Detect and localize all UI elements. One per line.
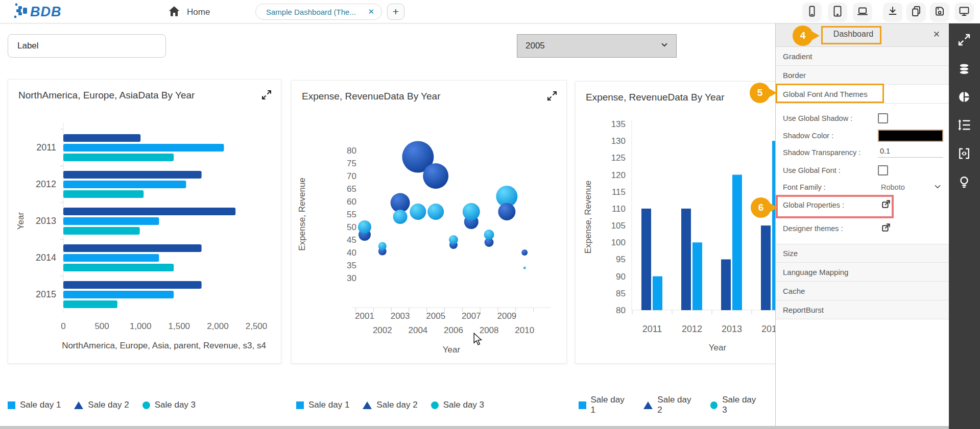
font-family-label: Font Family : [783,183,826,191]
sidebar-item-language-mapping[interactable]: Language Mapping [776,263,949,282]
chart-card-vbar: Expense, RevenueData By Year 13513012512… [575,81,775,364]
bar-sale-day-2[interactable] [63,281,202,289]
bubble-sale-day-1[interactable] [484,230,494,240]
insights-button[interactable] [956,175,972,191]
x-tick-label: 1,500 [169,321,190,331]
tablet-icon [831,5,844,19]
y-tick-label: 50 [347,222,356,232]
year-filter-select[interactable]: 2005 [517,34,677,58]
shadow-transparency-input[interactable]: 0.1 [878,147,943,158]
use-global-font-checkbox[interactable] [878,165,888,175]
legend-item[interactable]: Sale day 2 [74,400,129,410]
y-tick-label: 120 [611,170,626,180]
tablet-preview-button[interactable] [828,3,847,22]
sidebar-item-global-font-and-themes[interactable]: Global Font And Themes [776,85,949,104]
x-tick-label: 500 [94,321,109,331]
bubble-sale-day-1[interactable] [427,204,444,220]
legend-item[interactable]: Sale day 1 [579,395,630,415]
y-tick-label: 45 [347,235,356,245]
bubble-sale-day-1[interactable] [463,203,480,220]
bubble-sale-day-2[interactable] [391,193,410,213]
bdb-logo[interactable]: BDB [13,3,62,21]
bar-sale-day-1[interactable] [653,276,662,310]
bubble-sale-day-2[interactable] [423,163,448,189]
bar-sale-day-2[interactable] [681,209,691,310]
legend-item[interactable]: Sale day 2 [643,395,697,415]
bar-sale-day-2[interactable] [641,209,651,310]
new-tab-button[interactable]: + [387,4,404,20]
close-icon[interactable]: ✕ [933,29,940,40]
sidebar-item-size[interactable]: Size [776,244,949,263]
bubble-sale-day-1[interactable] [410,204,426,220]
bar-sale-day-3[interactable] [63,300,117,308]
bar-sale-day-2[interactable] [63,244,202,252]
y-tick-label: 110 [612,204,626,214]
designer-themes-open-icon[interactable] [881,222,891,233]
bubble-sale-day-1[interactable] [378,242,387,250]
tab-close-icon[interactable]: ✕ [368,7,374,16]
sidebar-item-cache[interactable]: Cache [776,282,949,300]
dashboard-tab[interactable]: Sample Dashboard (The... ✕ [255,4,382,20]
legend-item[interactable]: Sale day 2 [363,400,417,410]
bubble-sale-day-1[interactable] [523,267,526,269]
expand-chart-icon[interactable] [546,90,558,102]
script-button[interactable] [956,146,972,163]
bar-sale-day-1[interactable] [63,291,174,298]
global-properties-open-icon[interactable] [881,199,891,209]
font-family-select[interactable]: Roboto [881,183,905,191]
datasource-button[interactable] [956,62,972,79]
legend-item[interactable]: Sale day 3 [431,400,484,410]
horizontal-scrollbar[interactable] [0,426,949,429]
charts-button[interactable] [956,90,972,106]
use-global-shadow-checkbox[interactable] [878,113,888,123]
legend-item[interactable]: Sale day 1 [296,400,349,410]
hierarchy-button[interactable] [956,118,972,134]
legend-item[interactable]: Sale day 3 [142,400,196,410]
bar-sale-day-3[interactable] [63,227,140,235]
sidebar-item-reportburst[interactable]: ReportBurst [776,300,949,319]
laptop-preview-button[interactable] [853,3,872,22]
bar-sale-day-3[interactable] [63,264,174,271]
bar-sale-day-1[interactable] [63,217,159,225]
legend-item[interactable]: Sale day 3 [710,395,762,415]
bar-sale-day-1[interactable] [63,144,224,152]
bar-sale-day-2[interactable] [63,171,202,179]
expand-chart-icon[interactable] [260,89,273,101]
bar-sale-day-1[interactable] [63,181,186,188]
x-axis-title: Year [709,343,727,352]
sidebar-item-border[interactable]: Border [776,66,949,85]
bar-sale-day-2[interactable] [721,259,731,310]
bar-sale-day-1[interactable] [63,254,159,262]
desktop-preview-button[interactable] [954,3,974,22]
y-tick-label: 115 [612,187,626,197]
mobile-preview-button[interactable] [802,3,822,22]
export-button[interactable] [883,3,902,22]
legend-triangle-marker [74,401,83,409]
bar-sale-day-2[interactable] [63,134,140,142]
bubble-sale-day-1[interactable] [358,220,371,234]
save-button[interactable] [930,3,949,22]
fullscreen-button[interactable] [956,33,972,49]
bar-sale-day-2[interactable] [63,208,235,215]
bubble-sale-day-1[interactable] [393,210,408,224]
chevron-down-icon[interactable] [933,182,942,193]
bubble-sale-day-1[interactable] [449,235,458,244]
bar-sale-day-2[interactable] [761,225,771,310]
label-widget[interactable]: Label [8,34,166,58]
shadow-color-swatch[interactable] [878,130,943,142]
bar-sale-day-1[interactable] [732,175,742,310]
bar-sale-day-3[interactable] [63,154,174,161]
legend-item[interactable]: Sale day 1 [8,400,61,410]
x-tick-label: 2009 [497,311,516,321]
y-category-label: 2014 [36,253,56,263]
legend-circle-marker [431,401,439,409]
home-button[interactable]: Home [168,5,210,20]
bar-sale-day-1[interactable] [692,242,702,310]
x-tick-label: 0 [61,321,65,331]
bar-sale-day-3[interactable] [63,190,144,198]
bubble-sale-day-2[interactable] [498,203,515,220]
sidebar-item-gradient[interactable]: Gradient [776,47,949,66]
bubble-sale-day-2[interactable] [521,249,528,256]
copy-button[interactable] [906,3,926,22]
database-icon [957,62,971,79]
